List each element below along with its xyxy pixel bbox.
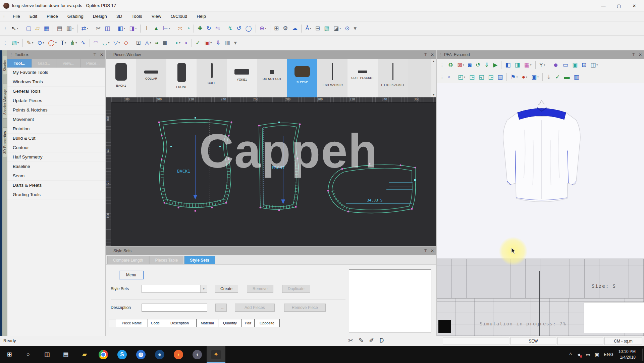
render-mode[interactable]: ▤ xyxy=(496,72,504,82)
toolbox-tab-view[interactable]: View... xyxy=(56,59,81,67)
style-sets-combobox[interactable]: ▼ xyxy=(142,285,207,293)
snapshot-tool[interactable]: ◫▾ xyxy=(589,60,599,70)
file-explorer-icon[interactable]: ▰ xyxy=(75,346,94,363)
browse-button[interactable]: ... xyxy=(215,304,227,312)
pin-icon[interactable]: ⊤ xyxy=(632,52,635,57)
pieces-plan[interactable]: ◧▾ xyxy=(116,24,127,34)
import-export[interactable]: ⇄▾ xyxy=(80,24,90,34)
avatar-tool[interactable]: ☻ xyxy=(551,60,560,70)
pin-3d[interactable]: ●▾ xyxy=(520,72,529,82)
sew-button[interactable]: SEW xyxy=(511,337,556,345)
piece-yoke1[interactable]: YOKE1 xyxy=(227,59,257,97)
cloth-window-alt[interactable]: ◨ xyxy=(513,60,522,70)
sim-stop[interactable]: ⊠▾ xyxy=(455,60,466,70)
grade-nest[interactable]: ◨▾ xyxy=(127,24,138,34)
maximize-button[interactable]: ▢ xyxy=(611,0,627,11)
menu-o-cloud[interactable]: O/Cloud xyxy=(166,14,192,19)
toolbox-tab-piece[interactable]: Piece... xyxy=(81,59,105,67)
display-icon[interactable]: ▭ xyxy=(586,352,590,357)
scroll-down-icon[interactable]: ▼ xyxy=(432,93,435,96)
piece-do-not-cut[interactable]: DO NOT CUT xyxy=(257,59,287,97)
toolbox-item-half-symmetry[interactable]: Half Symmetry xyxy=(7,152,105,162)
style-sets-tab-pieces-table[interactable]: Pieces Table xyxy=(149,256,183,264)
scroll-up-icon[interactable]: ▲ xyxy=(432,60,435,63)
app-blue-icon[interactable]: ◍ xyxy=(131,346,150,363)
sim-refresh[interactable]: ↺ xyxy=(474,60,482,70)
sim-reset[interactable]: ♻ xyxy=(446,60,455,70)
chevron-down-icon[interactable]: ▼ xyxy=(200,285,207,292)
pin-icon[interactable]: ⊤ xyxy=(424,52,427,57)
rotate-tool[interactable]: ↻ xyxy=(205,24,213,34)
sim-drop[interactable]: ⇓ xyxy=(483,60,491,70)
toolbox-item-baseline[interactable]: Baseline xyxy=(7,162,105,171)
side-tab-shader[interactable]: Shader xyxy=(3,56,7,75)
pleat-tool[interactable]: ◇ xyxy=(122,38,130,48)
menu-help[interactable]: Help xyxy=(192,14,211,19)
toolbox-item-grading-tools[interactable]: Grading Tools xyxy=(7,190,105,199)
window-split[interactable]: ⊞ xyxy=(580,60,588,70)
search-button[interactable]: ○ xyxy=(19,346,38,363)
check-tool[interactable]: ✓ xyxy=(194,38,202,48)
minimize-button[interactable]: — xyxy=(596,0,611,11)
clock[interactable]: 10:10 PM 1/4/2018 xyxy=(619,349,636,360)
piece-sleeve[interactable]: SLEEVE xyxy=(287,59,317,97)
close-icon[interactable]: ✕ xyxy=(639,52,642,57)
measure-tool[interactable]: ⊢▾ xyxy=(161,24,172,34)
optitex-app-icon[interactable]: ✦ xyxy=(207,346,225,363)
close-piece-tool[interactable]: ▣▾ xyxy=(203,38,213,48)
fabric-tool[interactable]: ▧ xyxy=(322,24,331,34)
piece-table[interactable]: ⊞ xyxy=(134,38,142,48)
shrink-tool[interactable]: ◗ xyxy=(183,38,190,48)
open-file[interactable]: ▱ xyxy=(34,24,41,34)
volume-muted-icon[interactable]: ◄ xyxy=(576,352,581,357)
view-right[interactable]: ◲ xyxy=(486,72,495,82)
remove-button[interactable]: Remove xyxy=(247,285,273,293)
piece-t-sh-marker[interactable]: T-SH MARKER xyxy=(317,59,347,97)
baseline-tool[interactable]: ⊥ xyxy=(143,24,151,34)
piece-f-frt-placket[interactable]: F-FRT PLACKET xyxy=(378,59,408,97)
show-desktop-divider[interactable] xyxy=(642,349,643,361)
text-tool[interactable]: T▾ xyxy=(59,38,68,48)
move-tool[interactable]: ✚ xyxy=(196,24,204,34)
style-sets-tab-compare-length[interactable]: Compare Length xyxy=(107,256,149,264)
select-3d[interactable]: ▫ xyxy=(446,72,452,82)
3d-viewport[interactable]: Size: S Simulation in progress: 7% xyxy=(437,83,644,336)
print[interactable]: ▤ xyxy=(55,24,64,34)
grid-tool[interactable]: ▣ xyxy=(571,60,579,70)
new-file[interactable]: ▢ xyxy=(24,24,33,34)
design-a-tool[interactable]: Å▾ xyxy=(304,24,313,34)
menu-design[interactable]: Design xyxy=(88,14,112,19)
scene-tool[interactable]: ▭ xyxy=(561,60,570,70)
layers-tool[interactable]: ▥ xyxy=(223,38,232,48)
menu-piece[interactable]: Piece xyxy=(42,14,63,19)
menu-3d[interactable]: 3D xyxy=(112,14,127,19)
toolbox-item-darts-pleats[interactable]: Darts & Pleats xyxy=(7,181,105,190)
menu-button[interactable]: Menu xyxy=(119,271,144,279)
start-button[interactable]: ⊞ xyxy=(0,346,19,363)
piece-report[interactable]: ◪▾ xyxy=(332,24,342,34)
sim-record[interactable]: ◙ xyxy=(467,60,473,70)
point-tool[interactable]: ⊙▾ xyxy=(36,38,46,48)
sim-play[interactable]: ▶ xyxy=(491,60,499,70)
piece-cuff-placket[interactable]: CUFF PLACKET xyxy=(347,59,378,97)
plot[interactable]: ▥▾ xyxy=(65,24,75,34)
side-tab-3d-properties[interactable]: 3D Properties xyxy=(3,127,7,157)
table-tool[interactable]: ⊞ xyxy=(272,24,280,34)
export-dxf[interactable]: ⇩ xyxy=(214,38,222,48)
validate-3d[interactable]: ✓ xyxy=(553,72,561,82)
avatar-pose[interactable]: Y▾ xyxy=(538,60,547,70)
cut-tool[interactable]: ✂ xyxy=(94,24,102,34)
style-set-listbox[interactable] xyxy=(349,269,431,332)
curve-tool[interactable]: ∿ xyxy=(79,38,87,48)
cloud-tool[interactable]: ☁ xyxy=(290,24,299,34)
toolbox-item-windows-tools[interactable]: Windows Tools xyxy=(7,77,105,87)
toolbox-item-points-notches[interactable]: Points & Notches xyxy=(7,105,105,115)
menu-edit[interactable]: Edit xyxy=(25,14,42,19)
toolbox-tab-grad[interactable]: Grad... xyxy=(32,59,56,67)
sync-pieces[interactable]: ↺ xyxy=(235,24,243,34)
tension-map[interactable]: ▬ xyxy=(562,72,572,82)
dart-tool[interactable]: ▽▾ xyxy=(112,38,121,48)
piece-front[interactable]: FRONT xyxy=(166,59,197,97)
toolbox-tab-tool[interactable]: Tool... xyxy=(7,59,32,67)
mail-app-icon[interactable]: ▤ xyxy=(56,346,75,363)
